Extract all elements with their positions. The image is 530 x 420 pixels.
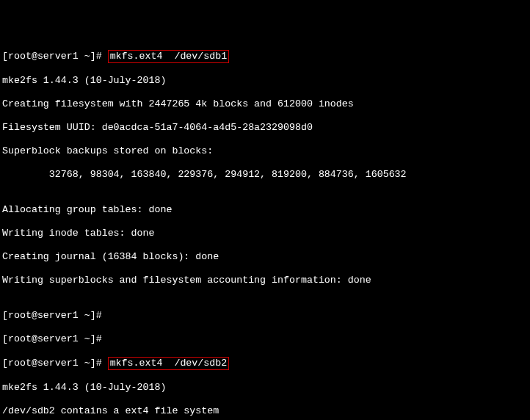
prompt: [root@server1 ~]#	[2, 51, 108, 62]
highlighted-cmd-2: mkfs.ext4 /dev/sdb2	[108, 357, 230, 370]
prompt-line: [root@server1 ~]#	[2, 333, 528, 345]
output-line: Superblock backups stored on blocks:	[2, 145, 528, 157]
output-line: Writing inode tables: done	[2, 228, 528, 239]
output-line: 32768, 98304, 163840, 229376, 294912, 81…	[2, 169, 528, 181]
highlighted-cmd-1: mkfs.ext4 /dev/sdb1	[108, 50, 230, 63]
cmd-line-2: [root@server1 ~]# mkfs.ext4 /dev/sdb2	[2, 357, 528, 370]
output-line: Filesystem UUID: de0acdca-51a7-4064-a4d5…	[2, 122, 528, 134]
cmd-line-1: [root@server1 ~]# mkfs.ext4 /dev/sdb1	[2, 50, 528, 63]
output-line: Writing superblocks and filesystem accou…	[2, 275, 528, 286]
output-line: mke2fs 1.44.3 (10-July-2018)	[2, 382, 528, 394]
output-line: mke2fs 1.44.3 (10-July-2018)	[2, 75, 528, 87]
prompt: [root@server1 ~]#	[2, 358, 108, 369]
prompt-line: [root@server1 ~]#	[2, 310, 528, 322]
output-line: /dev/sdb2 contains a ext4 file system	[2, 405, 528, 417]
output-line: Creating filesystem with 2447265 4k bloc…	[2, 98, 528, 110]
output-line: Creating journal (16384 blocks): done	[2, 251, 528, 263]
output-line: Allocating group tables: done	[2, 204, 528, 216]
